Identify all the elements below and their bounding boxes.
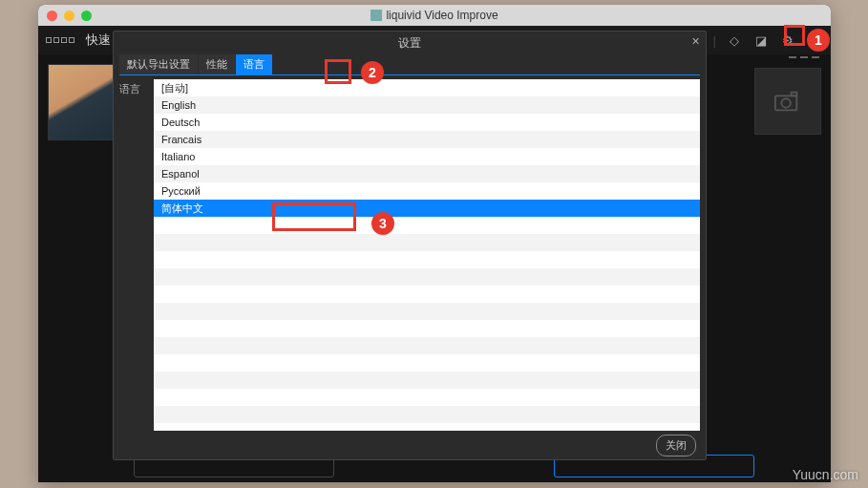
list-item (154, 251, 700, 268)
lang-option-russian[interactable]: Русский (154, 182, 700, 200)
list-item (154, 320, 700, 337)
tab-quick[interactable]: 快速 (86, 32, 111, 49)
settings-dialog: 设置 ✕ 默认导出设置 性能 语言 语言 [自动] English Deutsc… (113, 31, 707, 460)
tab-performance[interactable]: 性能 (199, 54, 236, 74)
side-panel-controls[interactable] (754, 54, 821, 66)
list-item (154, 286, 700, 303)
lang-option-francais[interactable]: Francais (154, 131, 700, 148)
list-item (154, 234, 700, 251)
list-item (154, 371, 700, 389)
watermark: Yuucn.com (793, 467, 858, 482)
dialog-header: 设置 ✕ (114, 32, 706, 54)
list-item (154, 268, 700, 286)
tag-icon[interactable]: ◪ (752, 32, 770, 49)
lang-option-italiano[interactable]: Italiano (154, 148, 700, 165)
lang-option-english[interactable]: English (154, 96, 700, 114)
list-item (154, 303, 700, 320)
close-icon[interactable]: ✕ (691, 35, 700, 48)
language-list[interactable]: [自动] English Deutsch Francais Italiano E… (154, 79, 700, 431)
list-item (154, 389, 700, 406)
list-item (154, 406, 700, 423)
settings-gear-icon[interactable]: ⚙ (779, 32, 796, 49)
list-item (154, 217, 700, 234)
close-button[interactable]: 关闭 (656, 435, 696, 456)
lang-option-simplified-chinese[interactable]: 简体中文 (154, 200, 700, 217)
titlebar: liquivid Video Improve (38, 5, 831, 26)
window-title: liquivid Video Improve (386, 9, 498, 22)
preview-placeholder (754, 68, 821, 135)
tab-default-export[interactable]: 默认导出设置 (119, 54, 199, 74)
lang-option-auto[interactable]: [自动] (154, 79, 700, 96)
dialog-title: 设置 (398, 35, 421, 52)
chat-icon[interactable]: ◇ (726, 32, 743, 49)
tab-language[interactable]: 语言 (236, 54, 273, 74)
svg-point-1 (781, 98, 790, 107)
dialog-tabs: 默认导出设置 性能 语言 (119, 54, 700, 75)
grid-icon (46, 37, 74, 43)
help-icon[interactable]: ◯ (806, 32, 823, 49)
list-item (154, 337, 700, 354)
list-item (154, 354, 700, 371)
svg-rect-2 (792, 93, 797, 96)
lang-option-espanol[interactable]: Espanol (154, 165, 700, 182)
language-label: 语言 (119, 79, 154, 431)
app-icon (370, 10, 382, 21)
lang-option-deutsch[interactable]: Deutsch (154, 114, 700, 131)
